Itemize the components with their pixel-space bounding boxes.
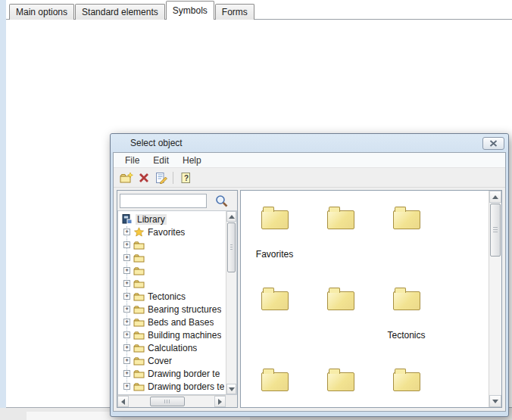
scrollbar-thumb[interactable]	[227, 222, 236, 272]
scrollbar-thumb[interactable]	[490, 204, 501, 257]
folder-icon	[133, 344, 145, 353]
menu-bar: File Edit Help	[114, 153, 505, 168]
tree-item[interactable]: +Drawing borders te	[118, 380, 226, 393]
expander-box[interactable]: +	[123, 280, 130, 287]
tree-item-label: Bearing structures	[148, 304, 221, 315]
arrow-up-icon	[229, 212, 235, 219]
expander-box[interactable]: +	[123, 254, 130, 261]
tree-item[interactable]: Library	[118, 213, 226, 226]
scroll-left-button[interactable]	[117, 396, 129, 407]
icon-view-item[interactable]	[308, 287, 373, 330]
expander-box[interactable]: +	[123, 293, 130, 300]
icon-view-item[interactable]: Tectonics	[373, 287, 439, 341]
expander-box[interactable]: +	[123, 306, 130, 313]
help-button[interactable]: ?	[176, 170, 194, 186]
tree-item[interactable]: +Beds and Bases	[118, 316, 226, 328]
tree-item-label: Cover	[148, 356, 172, 366]
icon-view-label: Favorites	[242, 249, 308, 260]
tree-item[interactable]: +	[118, 238, 226, 251]
search-input[interactable]	[120, 194, 207, 208]
tree-item[interactable]: +Bearing structures	[118, 303, 226, 316]
expander-box[interactable]: +	[123, 331, 130, 338]
scroll-right-button[interactable]	[214, 396, 226, 407]
icon-view-item[interactable]	[373, 206, 439, 249]
scroll-down-button[interactable]	[489, 395, 501, 407]
folder-icon	[133, 318, 145, 327]
arrow-up-icon	[492, 192, 498, 199]
delete-icon	[138, 172, 150, 184]
folder-icon	[393, 372, 420, 391]
tree-item-label: Calculations	[148, 343, 197, 353]
rename-button[interactable]	[152, 170, 170, 186]
tree-horizontal-scrollbar[interactable]	[117, 395, 226, 407]
expander-box[interactable]: +	[123, 229, 130, 235]
tree-item[interactable]: +Drawing border te	[118, 367, 226, 380]
folder-icon	[133, 266, 145, 275]
expander-box[interactable]: +	[123, 319, 130, 325]
folder-icon	[327, 210, 354, 229]
tree-item-label: Tectonics	[148, 291, 186, 302]
tree-item[interactable]: +	[118, 264, 226, 277]
expander-box[interactable]: +	[123, 241, 130, 248]
scroll-up-button[interactable]	[226, 211, 236, 222]
folder-icon	[261, 291, 289, 310]
thumb-grip	[230, 244, 233, 250]
new-folder-button[interactable]	[117, 170, 135, 186]
folder-icon	[393, 291, 420, 310]
expander-box[interactable]: +	[123, 383, 130, 390]
icon-view-item[interactable]: Favorites	[242, 206, 308, 260]
icon-view-item[interactable]	[308, 368, 373, 407]
icon-view-item[interactable]	[242, 287, 308, 330]
tree-item[interactable]: +Tectonics	[118, 290, 226, 303]
iconview-vertical-scrollbar[interactable]	[489, 191, 501, 407]
icon-view-item[interactable]	[373, 368, 439, 407]
dialog-title: Select object	[130, 138, 183, 148]
menu-file[interactable]: File	[118, 155, 146, 166]
star-icon	[133, 227, 145, 237]
delete-button[interactable]	[135, 170, 152, 186]
folder-icon	[261, 372, 289, 391]
scrollbar-thumb[interactable]	[150, 397, 185, 406]
icon-view-item[interactable]	[242, 368, 308, 407]
scroll-down-button[interactable]	[226, 384, 236, 394]
search-button[interactable]	[213, 192, 229, 209]
expander-box[interactable]: +	[123, 370, 130, 377]
tab-symbols[interactable]: Symbols	[166, 1, 214, 20]
close-button[interactable]	[482, 137, 504, 150]
scrollbar-track[interactable]	[129, 396, 214, 407]
tree-item-label: Library	[136, 214, 167, 225]
help-icon: ?	[180, 172, 192, 184]
arrow-down-icon	[229, 387, 235, 394]
folder-icon	[327, 372, 354, 391]
folder-icon	[133, 382, 145, 391]
tree-item-label: Drawing borders te	[148, 381, 224, 392]
menu-edit[interactable]: Edit	[146, 155, 176, 166]
tree-vertical-scrollbar[interactable]	[226, 210, 237, 395]
close-icon	[489, 140, 498, 147]
tree-item[interactable]: +Calculations	[118, 341, 226, 354]
folder-icon	[133, 279, 145, 288]
tree-item[interactable]: +	[118, 277, 226, 290]
folder-icon	[133, 369, 145, 378]
expander-box[interactable]: +	[123, 344, 130, 351]
tree-item-label: Favorites	[148, 227, 185, 238]
tree-item[interactable]: +Favorites	[118, 226, 226, 238]
tree-item[interactable]: +Building machines	[118, 328, 226, 341]
icon-view-item[interactable]	[308, 206, 373, 249]
thumb-grip	[493, 227, 498, 232]
tab-standard-elements[interactable]: Standard elements	[75, 4, 165, 20]
tab-forms[interactable]: Forms	[215, 4, 254, 20]
expander-box[interactable]: +	[123, 357, 130, 364]
tab-main-options[interactable]: Main options	[9, 4, 74, 20]
scroll-up-button[interactable]	[489, 191, 501, 203]
new-folder-icon	[120, 172, 133, 184]
folder-icon	[393, 210, 420, 229]
dialog-titlebar[interactable]: Select object	[111, 134, 508, 152]
tree-item[interactable]: +	[118, 251, 226, 264]
svg-text:?: ?	[184, 173, 189, 182]
tree-item[interactable]: +Cover	[118, 354, 226, 367]
expander-box[interactable]: +	[123, 267, 130, 274]
tree-item-label: Drawing border te	[148, 369, 220, 379]
menu-help[interactable]: Help	[176, 155, 208, 166]
tree-item-label: Beds and Bases	[148, 317, 214, 328]
